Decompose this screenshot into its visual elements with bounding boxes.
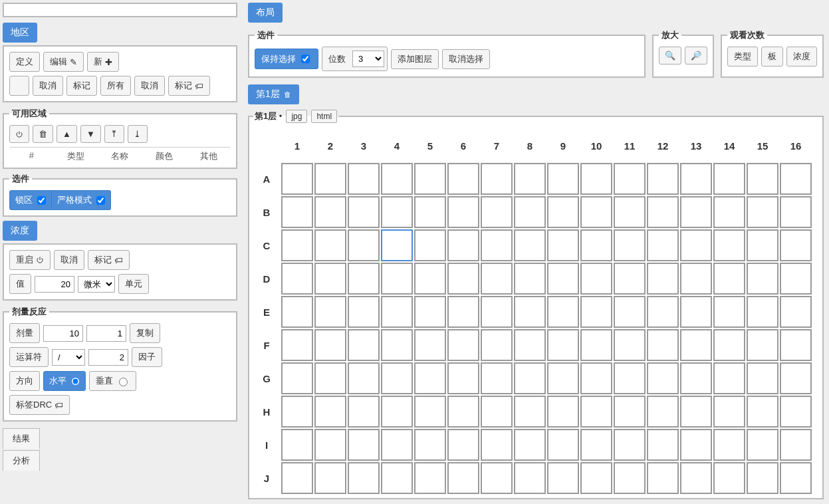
well-D5[interactable]: [414, 263, 446, 295]
col-head-13[interactable]: 13: [680, 130, 712, 162]
well-E2[interactable]: [314, 296, 346, 328]
well-J11[interactable]: [614, 462, 646, 494]
col-head-5[interactable]: 5: [414, 130, 446, 162]
well-H10[interactable]: [580, 396, 612, 428]
col-head-3[interactable]: 3: [348, 130, 380, 162]
well-J9[interactable]: [547, 462, 579, 494]
well-F4[interactable]: [381, 329, 413, 361]
well-G6[interactable]: [447, 362, 479, 394]
well-C9[interactable]: [547, 229, 579, 261]
col-head-1[interactable]: 1: [281, 130, 313, 162]
trash-icon[interactable]: 🗑: [284, 90, 291, 98]
well-F11[interactable]: [614, 329, 646, 361]
well-B10[interactable]: [580, 196, 612, 228]
well-A6[interactable]: [447, 163, 479, 195]
well-F8[interactable]: [514, 329, 546, 361]
row-head-A[interactable]: A: [253, 163, 280, 195]
power-button[interactable]: [9, 125, 29, 143]
row-head-D[interactable]: D: [253, 263, 280, 295]
well-H5[interactable]: [414, 396, 446, 428]
well-F2[interactable]: [314, 329, 346, 361]
well-E7[interactable]: [481, 296, 513, 328]
well-H7[interactable]: [481, 396, 513, 428]
well-E9[interactable]: [547, 296, 579, 328]
col-head-10[interactable]: 10: [580, 130, 612, 162]
well-J16[interactable]: [780, 462, 812, 494]
well-H6[interactable]: [447, 396, 479, 428]
well-A15[interactable]: [747, 163, 778, 195]
well-B9[interactable]: [547, 196, 579, 228]
well-I4[interactable]: [381, 429, 413, 461]
edit-button[interactable]: 编辑 ✎: [43, 52, 84, 72]
row-head-H[interactable]: H: [253, 396, 280, 428]
well-G7[interactable]: [481, 362, 513, 394]
well-H11[interactable]: [614, 396, 646, 428]
well-C3[interactable]: [348, 229, 380, 261]
well-J10[interactable]: [580, 462, 612, 494]
well-H4[interactable]: [381, 396, 413, 428]
well-H15[interactable]: [747, 396, 778, 428]
factor-input[interactable]: [88, 349, 128, 366]
well-I16[interactable]: [780, 429, 812, 461]
well-B4[interactable]: [381, 196, 413, 228]
well-E12[interactable]: [647, 296, 679, 328]
well-D4[interactable]: [381, 263, 413, 295]
well-I1[interactable]: [281, 429, 313, 461]
col-head-11[interactable]: 11: [614, 130, 646, 162]
well-J15[interactable]: [747, 462, 778, 494]
well-J4[interactable]: [381, 462, 413, 494]
well-G14[interactable]: [713, 362, 745, 394]
well-B11[interactable]: [614, 196, 646, 228]
well-G16[interactable]: [780, 362, 812, 394]
well-A10[interactable]: [580, 163, 612, 195]
move-up-button[interactable]: ▲: [57, 125, 77, 143]
mark2-button[interactable]: 标记 🏷: [168, 76, 210, 96]
section-layout[interactable]: 布局: [248, 3, 283, 23]
conc-cancel-button[interactable]: 取消: [54, 250, 84, 270]
well-D15[interactable]: [747, 263, 778, 295]
format-jpg-button[interactable]: jpg: [286, 110, 307, 123]
well-F14[interactable]: [713, 329, 745, 361]
well-C13[interactable]: [680, 229, 712, 261]
keep-selection-checkbox[interactable]: [301, 55, 310, 63]
well-F15[interactable]: [747, 329, 778, 361]
well-B2[interactable]: [314, 196, 346, 228]
lock-zone-toggle[interactable]: 锁区: [9, 190, 52, 210]
well-C14[interactable]: [713, 229, 745, 261]
col-head-12[interactable]: 12: [647, 130, 679, 162]
zoom-in-button[interactable]: 🔍: [659, 47, 681, 64]
well-J3[interactable]: [348, 462, 380, 494]
well-G15[interactable]: [747, 362, 778, 394]
well-I9[interactable]: [547, 429, 579, 461]
well-D7[interactable]: [481, 263, 513, 295]
conc-mark-button[interactable]: 标记 🏷: [88, 250, 130, 270]
format-html-button[interactable]: html: [311, 110, 337, 123]
well-B3[interactable]: [348, 196, 380, 228]
well-E16[interactable]: [780, 296, 812, 328]
well-B13[interactable]: [680, 196, 712, 228]
horizontal-radio[interactable]: [71, 377, 80, 386]
well-H9[interactable]: [547, 396, 579, 428]
lock-zone-checkbox[interactable]: [37, 196, 46, 205]
well-J8[interactable]: [514, 462, 546, 494]
vertical-option[interactable]: 垂直: [89, 371, 136, 391]
copies-input[interactable]: [86, 325, 126, 342]
keep-selection-toggle[interactable]: 保持选择: [255, 49, 318, 69]
well-J6[interactable]: [447, 462, 479, 494]
well-E15[interactable]: [747, 296, 778, 328]
well-B15[interactable]: [747, 196, 778, 228]
well-A14[interactable]: [713, 163, 745, 195]
well-G12[interactable]: [647, 362, 679, 394]
well-C15[interactable]: [747, 229, 778, 261]
view-type-button[interactable]: 类型: [727, 47, 758, 66]
value-input[interactable]: [35, 276, 74, 293]
well-B1[interactable]: [281, 196, 313, 228]
well-C5[interactable]: [414, 229, 446, 261]
well-E8[interactable]: [514, 296, 546, 328]
row-head-E[interactable]: E: [253, 296, 280, 328]
well-J2[interactable]: [314, 462, 346, 494]
well-J13[interactable]: [680, 462, 712, 494]
well-D1[interactable]: [281, 263, 313, 295]
well-D11[interactable]: [614, 263, 646, 295]
well-F7[interactable]: [481, 329, 513, 361]
